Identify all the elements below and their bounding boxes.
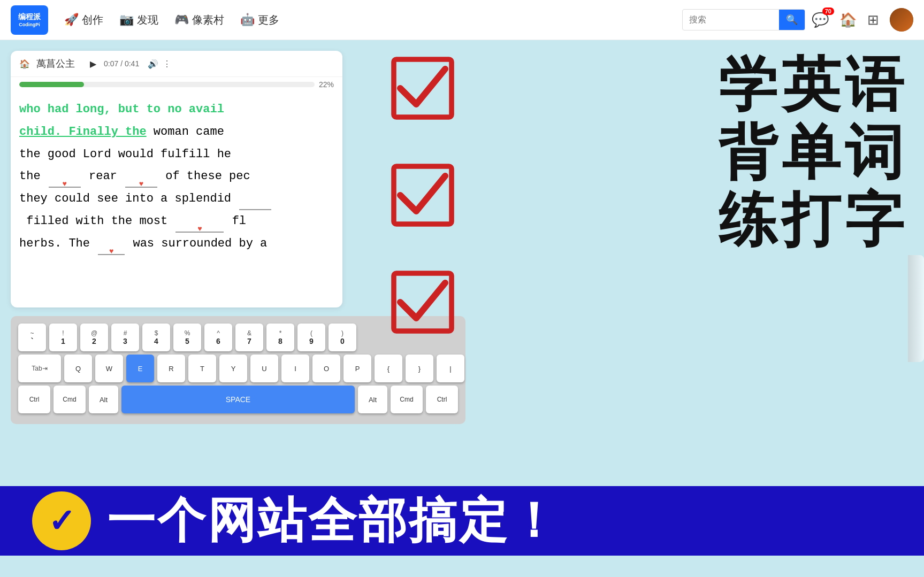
robot-icon: 🤖 (240, 13, 255, 27)
text-line-3: the good Lord would fulfill he (19, 143, 334, 166)
logo[interactable]: 编程派 CodingPi (11, 5, 48, 35)
key-6[interactable]: ^6 (204, 324, 232, 351)
key-y[interactable]: Y (219, 355, 247, 382)
key-9[interactable]: (9 (297, 324, 325, 351)
nav-more[interactable]: 🤖 更多 (240, 13, 279, 27)
checkboxes-area (391, 56, 455, 334)
reading-progress-section: 22% (11, 77, 342, 92)
checkbox-2-icon (391, 163, 455, 227)
text-line-7: herbs. The ♥ was surrounded by a (19, 233, 334, 255)
key-u[interactable]: U (250, 355, 278, 382)
key-i[interactable]: I (281, 355, 309, 382)
key-2[interactable]: @2 (80, 324, 108, 351)
nav-create[interactable]: 🚀 创作 (64, 13, 103, 27)
key-q[interactable]: Q (64, 355, 92, 382)
progress-percent: 22% (319, 80, 334, 89)
reading-progress-bar (19, 82, 315, 87)
volume-icon[interactable]: 🔊 (148, 59, 158, 69)
main-content: 🏠 萬菖公主 ▶ 0:07 / 0:41 🔊 ⋮ (0, 40, 924, 577)
audio-controls: ▶ 0:07 / 0:41 🔊 ⋮ (87, 57, 171, 70)
big-text-line2: 背单词 (719, 119, 908, 187)
key-w[interactable]: W (95, 355, 123, 382)
bottom-banner: ✓ 一个网站全部搞定！ (0, 486, 924, 556)
search-box: 🔍 (682, 9, 805, 30)
rocket-icon: 🚀 (64, 13, 79, 27)
home-card-icon: 🏠 (19, 59, 30, 69)
checkbox-1-icon (391, 56, 455, 120)
key-4[interactable]: $4 (142, 324, 170, 351)
key-3[interactable]: #3 (111, 324, 139, 351)
key-backtick[interactable]: ~` (18, 324, 46, 351)
nav-discover[interactable]: 📷 发现 (119, 13, 158, 27)
key-space[interactable]: SPACE (121, 386, 355, 413)
text-line-2: child. Finally the woman came (19, 121, 334, 143)
key-e[interactable]: E (126, 355, 154, 382)
key-alt-left[interactable]: Alt (89, 386, 118, 413)
text-content: who had long, but to no avail child. Fin… (11, 92, 342, 261)
reading-card: 🏠 萬菖公主 ▶ 0:07 / 0:41 🔊 ⋮ (11, 51, 342, 307)
play-button[interactable]: ▶ (87, 57, 100, 70)
nav-pixel-village[interactable]: 🎮 像素村 (174, 13, 224, 27)
notification-button[interactable]: 💬 70 (812, 12, 829, 28)
search-input[interactable] (683, 15, 779, 25)
time-display: 0:07 / 0:41 (104, 59, 139, 68)
key-7[interactable]: &7 (235, 324, 263, 351)
logo-box: 编程派 CodingPi (11, 5, 48, 35)
card-header: 🏠 萬菖公主 ▶ 0:07 / 0:41 🔊 ⋮ (11, 51, 342, 77)
home-nav-button[interactable]: 🏠 (839, 12, 857, 28)
page-curl (908, 255, 924, 362)
text-line-6: filled with the most ♥ fl (19, 210, 334, 233)
card-title: 萬菖公主 (36, 57, 75, 70)
key-0[interactable]: )0 (329, 324, 356, 351)
banner-text: 一个网站全部搞定！ (107, 488, 560, 553)
banner-check-icon: ✓ (48, 502, 75, 540)
key-t[interactable]: T (188, 355, 216, 382)
reading-progress-fill (19, 82, 84, 87)
text-line-1: who had long, but to no avail (19, 98, 334, 121)
banner-circle: ✓ (32, 491, 91, 550)
game-icon: 🎮 (174, 13, 189, 27)
big-text-line3: 练打字 (719, 186, 908, 254)
key-ctrl-left[interactable]: Ctrl (18, 386, 50, 413)
key-r[interactable]: R (157, 355, 185, 382)
more-options-icon[interactable]: ⋮ (163, 59, 171, 69)
big-text-line1: 学英语 (719, 51, 908, 119)
navbar: 编程派 CodingPi 🚀 创作 📷 发现 🎮 像素村 🤖 更多 🔍 💬 70… (0, 0, 924, 40)
big-text-area: 学英语 背单词 练打字 (719, 51, 908, 254)
key-o[interactable]: O (312, 355, 340, 382)
nav-icons-right: 💬 70 🏠 ⊞ (812, 8, 913, 32)
checkbox-3-icon (391, 270, 455, 334)
key-tab[interactable]: Tab⇥ (18, 355, 61, 382)
camera-icon: 📷 (119, 13, 134, 27)
key-1[interactable]: !1 (49, 324, 77, 351)
grid-nav-button[interactable]: ⊞ (867, 12, 879, 28)
search-button[interactable]: 🔍 (779, 9, 805, 30)
key-cmd-left[interactable]: Cmd (54, 386, 86, 413)
key-5[interactable]: %5 (173, 324, 201, 351)
avatar[interactable] (890, 8, 913, 32)
search-area: 🔍 💬 70 🏠 ⊞ (682, 8, 913, 32)
text-line-4: the ♥ rear ♥ of these pec (19, 165, 334, 188)
key-8[interactable]: *8 (266, 324, 294, 351)
